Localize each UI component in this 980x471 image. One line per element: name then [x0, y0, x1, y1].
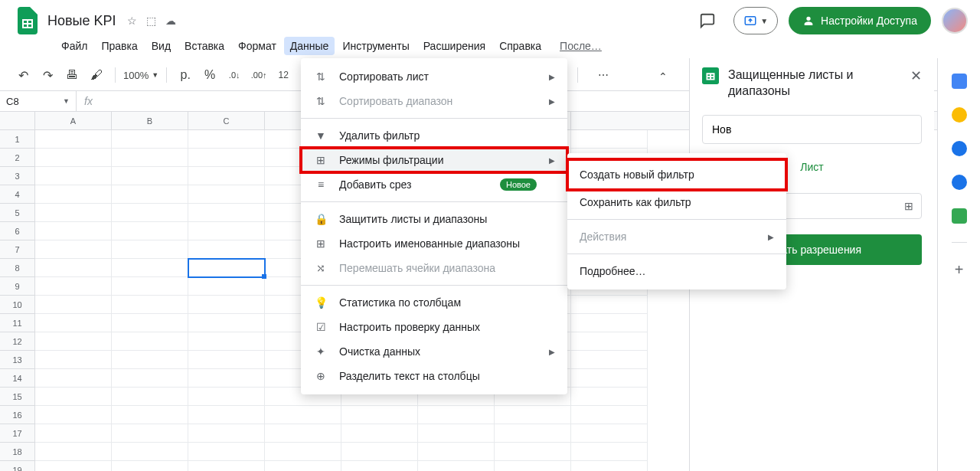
paint-format-icon[interactable]: 🖌 [86, 64, 107, 86]
menu-data-cleanup[interactable]: ✦Очистка данных▶ [301, 339, 567, 364]
percent-icon[interactable]: % [199, 64, 220, 86]
row-header[interactable]: 11 [0, 314, 35, 332]
undo-icon[interactable]: ↶ [12, 64, 34, 86]
row-header[interactable]: 8 [0, 259, 35, 277]
cell[interactable] [112, 388, 188, 406]
row-header[interactable]: 3 [0, 167, 35, 185]
cell[interactable] [188, 185, 265, 204]
cell[interactable] [35, 240, 112, 259]
cell[interactable] [35, 406, 112, 424]
cell[interactable] [112, 185, 188, 204]
menu-column-stats[interactable]: 💡Статистика по столбцам [301, 290, 567, 315]
cell[interactable] [112, 314, 188, 332]
cell[interactable] [112, 240, 188, 259]
cell[interactable] [495, 461, 571, 471]
row-header[interactable]: 1 [0, 130, 35, 149]
row-header[interactable]: 12 [0, 332, 35, 351]
cell[interactable] [112, 351, 188, 369]
cell[interactable] [35, 314, 112, 332]
cell[interactable] [188, 259, 265, 277]
cell[interactable] [418, 461, 495, 471]
cell[interactable] [35, 277, 112, 296]
cell[interactable] [188, 406, 265, 424]
col-header[interactable]: C [188, 112, 265, 129]
cell[interactable] [188, 388, 265, 406]
cell[interactable] [571, 296, 648, 314]
menu-help[interactable]: Справка [493, 37, 547, 55]
cell[interactable] [188, 277, 265, 296]
row-header[interactable]: 16 [0, 406, 35, 424]
increase-decimal-icon[interactable]: .00↑ [248, 64, 270, 86]
star-icon[interactable]: ☆ [127, 15, 137, 27]
cell[interactable] [188, 204, 265, 222]
decrease-decimal-icon[interactable]: .0↓ [224, 64, 245, 86]
move-icon[interactable]: ⬚ [146, 15, 156, 27]
cell[interactable] [35, 204, 112, 222]
cell[interactable] [188, 332, 265, 351]
cell[interactable] [112, 443, 188, 461]
close-icon[interactable]: ✕ [910, 67, 922, 84]
menu-data-validation[interactable]: ☑Настроить проверку данных [301, 315, 567, 339]
cell[interactable] [571, 130, 648, 149]
cell[interactable] [35, 296, 112, 314]
calendar-icon[interactable] [952, 74, 967, 89]
cell[interactable] [188, 461, 265, 471]
row-header[interactable]: 13 [0, 351, 35, 369]
cell[interactable] [35, 259, 112, 277]
comments-icon[interactable] [692, 5, 723, 36]
cell[interactable] [188, 167, 265, 185]
cell[interactable] [188, 149, 265, 167]
redo-icon[interactable]: ↷ [37, 64, 58, 86]
cell[interactable] [571, 351, 648, 369]
cell[interactable] [571, 332, 648, 351]
cloud-icon[interactable]: ☁ [165, 15, 176, 27]
zoom-select[interactable]: 100%▼ [123, 70, 158, 81]
maps-icon[interactable] [952, 208, 967, 224]
row-header[interactable]: 4 [0, 185, 35, 204]
cell[interactable] [341, 443, 418, 461]
cell[interactable] [571, 443, 648, 461]
cell[interactable] [112, 332, 188, 351]
cell[interactable] [112, 461, 188, 471]
document-title[interactable]: Новые KPI [43, 11, 121, 31]
submenu-create-filter[interactable]: Создать новый фильтр [567, 159, 786, 190]
addons-icon[interactable]: + [955, 261, 964, 279]
cell[interactable] [112, 296, 188, 314]
tasks-icon[interactable] [952, 141, 967, 156]
cell[interactable] [418, 406, 495, 424]
cell[interactable] [188, 130, 265, 149]
cell[interactable] [112, 424, 188, 443]
row-header[interactable]: 19 [0, 461, 35, 471]
print-icon[interactable]: 🖶 [61, 64, 83, 86]
cell[interactable] [112, 130, 188, 149]
cell[interactable] [188, 369, 265, 388]
menu-extensions[interactable]: Расширения [417, 37, 492, 55]
menu-sort-sheet[interactable]: ⇅Сортировать лист▶ [301, 64, 567, 89]
cell[interactable] [495, 424, 571, 443]
avatar[interactable] [942, 8, 968, 34]
cell[interactable] [35, 130, 112, 149]
menu-last-edit[interactable]: После… [554, 37, 608, 55]
row-header[interactable]: 14 [0, 369, 35, 388]
row-header[interactable]: 6 [0, 222, 35, 240]
cell[interactable] [112, 369, 188, 388]
contacts-icon[interactable] [952, 175, 967, 190]
cell[interactable] [341, 406, 418, 424]
menu-edit[interactable]: Правка [95, 37, 143, 55]
cell[interactable] [265, 424, 341, 443]
cell[interactable] [35, 222, 112, 240]
cell[interactable] [35, 149, 112, 167]
cell[interactable] [188, 314, 265, 332]
submenu-learn-more[interactable]: Подробнее… [567, 259, 786, 283]
menu-view[interactable]: Вид [145, 37, 177, 55]
cell[interactable] [495, 406, 571, 424]
cell[interactable] [571, 369, 648, 388]
menu-remove-filter[interactable]: ▼Удалить фильтр [301, 123, 567, 148]
row-header[interactable]: 17 [0, 424, 35, 443]
cell[interactable] [112, 259, 188, 277]
collapse-toolbar-icon[interactable]: ⌃ [658, 70, 668, 83]
cell[interactable] [418, 424, 495, 443]
menu-filter-views[interactable]: ⊞Режимы фильтрации▶ [301, 148, 567, 172]
col-header[interactable]: B [112, 112, 188, 129]
menu-add-slicer[interactable]: ≡Добавить срезНовое [301, 172, 567, 197]
